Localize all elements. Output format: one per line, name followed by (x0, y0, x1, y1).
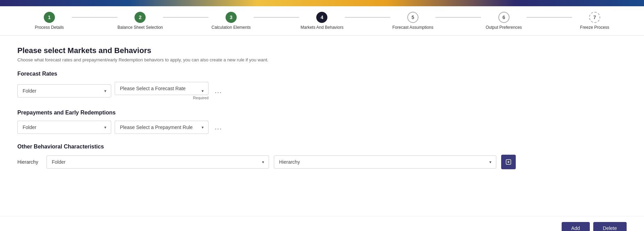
main-content: Please select Markets and Behaviors Choo… (0, 36, 644, 216)
step-2-circle: 2 (134, 12, 146, 23)
forecast-folder-select[interactable]: Folder (17, 84, 111, 97)
step-7[interactable]: 7 Freeze Process (572, 12, 618, 30)
step-6[interactable]: 6 Output Preferences (481, 12, 527, 30)
forecast-rate-wrapper: Please Select a Forecast Rate ▼ Required (115, 82, 209, 100)
step-5-number: 5 (411, 15, 414, 20)
stepper-container: 1 Process Details 2 Balance Sheet Select… (0, 6, 644, 36)
hierarchy-icon-svg (505, 159, 512, 165)
hierarchy-icon-button[interactable] (501, 155, 516, 169)
hierarchy-folder-select[interactable]: Folder (47, 155, 269, 169)
step-1[interactable]: 1 Process Details (27, 12, 72, 30)
hierarchy-label: Hierarchy (17, 159, 42, 165)
step-2[interactable]: 2 Balance Sheet Selection (117, 12, 163, 30)
step-4-circle: 4 (316, 12, 327, 23)
step-7-label: Freeze Process (580, 25, 609, 30)
step-1-label: Process Details (35, 25, 64, 30)
step-6-label: Output Preferences (486, 25, 522, 30)
forecast-rates-title: Forecast Rates (17, 71, 627, 77)
prepayments-more-options-button[interactable]: ... (212, 122, 225, 132)
delete-button[interactable]: Delete (593, 222, 627, 231)
connector-5-6 (435, 17, 481, 18)
hierarchy-select-wrapper: Hierarchy ▼ (274, 155, 496, 169)
step-6-circle: 6 (498, 12, 510, 23)
step-5-circle: 5 (407, 12, 418, 23)
step-6-number: 6 (503, 15, 505, 20)
forecast-rates-row: Folder ▼ Please Select a Forecast Rate ▼… (17, 82, 627, 100)
connector-6-7 (527, 17, 572, 18)
step-1-circle: 1 (44, 12, 55, 23)
prepayments-folder-wrapper: Folder ▼ (17, 121, 111, 134)
bottom-action-bar: Add Delete (0, 216, 644, 231)
prepayments-rule-select[interactable]: Please Select a Prepayment Rule (115, 121, 209, 134)
step-2-label: Balance Sheet Selection (117, 25, 163, 30)
stepper: 1 Process Details 2 Balance Sheet Select… (27, 12, 618, 30)
top-banner (0, 0, 644, 6)
forecast-rate-select[interactable]: Please Select a Forecast Rate (115, 82, 209, 95)
connector-3-4 (254, 17, 299, 18)
step-7-circle: 7 (589, 12, 600, 23)
other-behavioral-title: Other Behavioral Characteristics (17, 144, 627, 150)
step-4-number: 4 (321, 15, 324, 20)
prepayments-folder-select[interactable]: Folder (17, 121, 111, 134)
hierarchy-row: Hierarchy Folder ▼ Hierarchy ▼ (17, 155, 627, 169)
forecast-rates-section: Forecast Rates Folder ▼ Please Select a … (17, 71, 627, 100)
step-3-number: 3 (230, 15, 233, 20)
page-title: Please select Markets and Behaviors (17, 46, 627, 55)
hierarchy-folder-wrapper: Folder ▼ (47, 155, 269, 169)
page-subtitle: Choose what forecast rates and prepaymen… (17, 57, 627, 62)
step-2-number: 2 (139, 15, 142, 20)
step-3-label: Calculation Elements (212, 25, 251, 30)
step-3-circle: 3 (226, 12, 237, 23)
forecast-folder-wrapper: Folder ▼ (17, 84, 111, 97)
step-7-number: 7 (593, 15, 596, 20)
forecast-rates-more-options-button[interactable]: ... (212, 86, 225, 96)
prepayments-row: Folder ▼ Please Select a Prepayment Rule… (17, 121, 627, 134)
step-3[interactable]: 3 Calculation Elements (209, 12, 254, 30)
prepayments-section: Prepayments and Early Redemptions Folder… (17, 110, 627, 134)
prepayments-title: Prepayments and Early Redemptions (17, 110, 627, 116)
add-button[interactable]: Add (562, 222, 590, 231)
step-1-number: 1 (48, 15, 51, 20)
connector-2-3 (163, 17, 209, 18)
connector-4-5 (345, 17, 390, 18)
step-5[interactable]: 5 Forecast Assumptions (390, 12, 436, 30)
step-4-label: Markets And Behaviors (301, 25, 343, 30)
forecast-rate-required-label: Required (115, 96, 209, 100)
step-4[interactable]: 4 Markets And Behaviors (299, 12, 345, 30)
step-5-label: Forecast Assumptions (392, 25, 433, 30)
other-behavioral-section: Other Behavioral Characteristics Hierarc… (17, 144, 627, 169)
prepayments-rule-wrapper: Please Select a Prepayment Rule ▼ (115, 121, 209, 134)
hierarchy-select[interactable]: Hierarchy (274, 155, 496, 169)
connector-1-2 (72, 17, 117, 18)
